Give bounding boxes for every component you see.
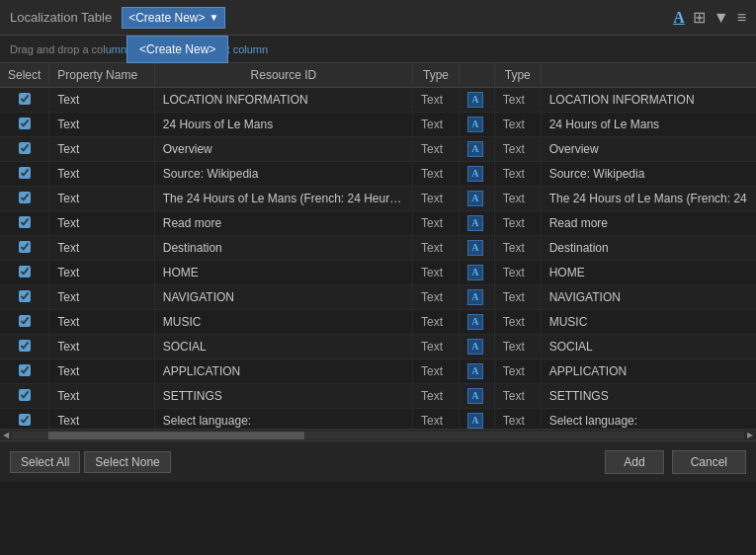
table-row: TextNAVIGATIONTextATextNAVIGATION [0, 285, 756, 310]
row-type1: Text [413, 409, 460, 430]
row-property-name: Text [49, 285, 154, 310]
row-a-icon-cell: A [459, 335, 494, 359]
h-scroll-track[interactable] [12, 432, 744, 439]
row-a-icon-cell: A [459, 384, 494, 409]
row-type2: Text [494, 359, 541, 384]
text-style-icon[interactable]: A [673, 9, 685, 27]
row-type2: Text [494, 137, 541, 162]
row-checkbox[interactable] [19, 340, 31, 352]
row-type2: Text [494, 384, 541, 409]
row-value: SOCIAL [541, 335, 756, 359]
table-header-row: Select Property Name Resource ID Type Ty… [0, 63, 756, 88]
row-checkbox-cell[interactable] [0, 113, 49, 137]
row-type1: Text [413, 359, 460, 384]
row-checkbox-cell[interactable] [0, 211, 49, 236]
create-new-dropdown[interactable]: <Create New> ▼ [122, 7, 225, 29]
row-checkbox-cell[interactable] [0, 310, 49, 335]
row-a-icon-cell: A [459, 409, 494, 430]
row-checkbox[interactable] [19, 290, 31, 302]
row-a-icon-cell: A [459, 285, 494, 310]
row-resource-id: Source: Wikipedia [154, 162, 412, 187]
row-resource-id: Overview [154, 137, 412, 162]
menu-icon[interactable]: ≡ [737, 9, 746, 27]
row-a-icon-cell: A [459, 236, 494, 261]
h-scroll-thumb[interactable] [48, 432, 304, 439]
row-checkbox[interactable] [19, 216, 31, 228]
row-resource-id: MUSIC [154, 310, 412, 335]
row-checkbox-cell[interactable] [0, 236, 49, 261]
row-checkbox[interactable] [19, 167, 31, 179]
row-checkbox-cell[interactable] [0, 88, 49, 113]
row-resource-id: The 24 Hours of Le Mans (French: 24 Heur… [154, 187, 412, 211]
a-icon: A [467, 117, 483, 132]
row-checkbox-cell[interactable] [0, 359, 49, 384]
a-icon: A [467, 166, 483, 182]
row-checkbox[interactable] [19, 414, 31, 426]
a-icon: A [467, 388, 483, 404]
row-type2: Text [494, 409, 541, 430]
cancel-button[interactable]: Cancel [672, 450, 746, 474]
row-property-name: Text [49, 88, 154, 113]
row-checkbox-cell[interactable] [0, 137, 49, 162]
row-property-name: Text [49, 162, 154, 187]
grid-icon[interactable]: ⊞ [693, 8, 706, 27]
row-resource-id: Destination [154, 236, 412, 261]
a-icon: A [467, 141, 483, 157]
select-all-button[interactable]: Select All [10, 451, 80, 473]
row-type1: Text [413, 211, 460, 236]
row-checkbox-cell[interactable] [0, 384, 49, 409]
scroll-right-arrow[interactable]: ▶ [744, 431, 756, 439]
filter-icon[interactable]: ▼ [714, 9, 729, 27]
row-type1: Text [413, 137, 460, 162]
table-row: TextAPPLICATIONTextATextAPPLICATION [0, 359, 756, 384]
table-row: TextThe 24 Hours of Le Mans (French: 24 … [0, 187, 756, 211]
row-checkbox[interactable] [19, 142, 31, 154]
row-checkbox[interactable] [19, 192, 31, 203]
a-icon: A [467, 215, 483, 231]
bottom-actions: Add Cancel [605, 450, 746, 474]
table-row: TextHOMETextATextHOME [0, 261, 756, 285]
select-none-button[interactable]: Select None [84, 451, 170, 473]
row-checkbox[interactable] [19, 315, 31, 327]
create-new-menu: <Create New> [126, 36, 228, 63]
table-row: TextRead moreTextATextRead more [0, 211, 756, 236]
row-resource-id: APPLICATION [154, 359, 412, 384]
row-checkbox-cell[interactable] [0, 261, 49, 285]
row-checkbox-cell[interactable] [0, 162, 49, 187]
row-property-name: Text [49, 236, 154, 261]
row-property-name: Text [49, 409, 154, 430]
horizontal-scrollbar[interactable]: ◀ ▶ [0, 429, 756, 440]
scroll-left-arrow[interactable]: ◀ [0, 431, 12, 439]
row-checkbox[interactable] [19, 266, 31, 278]
row-a-icon-cell: A [459, 113, 494, 137]
row-resource-id: Read more [154, 211, 412, 236]
row-value: Select language: [541, 409, 756, 430]
row-checkbox-cell[interactable] [0, 409, 49, 430]
row-property-name: Text [49, 187, 154, 211]
add-button[interactable]: Add [605, 450, 663, 474]
row-resource-id: Select language: [154, 409, 412, 430]
localization-table[interactable]: Select Property Name Resource ID Type Ty… [0, 63, 756, 429]
row-property-name: Text [49, 211, 154, 236]
create-new-menu-item[interactable]: <Create New> [127, 39, 227, 60]
header: Localization Table <Create New> ▼ A ⊞ ▼ … [0, 0, 756, 36]
col-icon [459, 63, 494, 88]
row-checkbox-cell[interactable] [0, 285, 49, 310]
row-checkbox-cell[interactable] [0, 187, 49, 211]
row-property-name: Text [49, 137, 154, 162]
row-checkbox[interactable] [19, 118, 31, 129]
row-type1: Text [413, 285, 460, 310]
row-a-icon-cell: A [459, 261, 494, 285]
row-value: HOME [541, 261, 756, 285]
row-checkbox[interactable] [19, 93, 31, 105]
header-title: Localization Table [10, 10, 112, 25]
row-type1: Text [413, 384, 460, 409]
row-type2: Text [494, 187, 541, 211]
row-checkbox[interactable] [19, 241, 31, 253]
col-type1: Type [413, 63, 460, 88]
row-type2: Text [494, 310, 541, 335]
row-checkbox-cell[interactable] [0, 335, 49, 359]
row-checkbox[interactable] [19, 389, 31, 401]
row-checkbox[interactable] [19, 364, 31, 376]
header-icons: A ⊞ ▼ ≡ [673, 8, 746, 27]
